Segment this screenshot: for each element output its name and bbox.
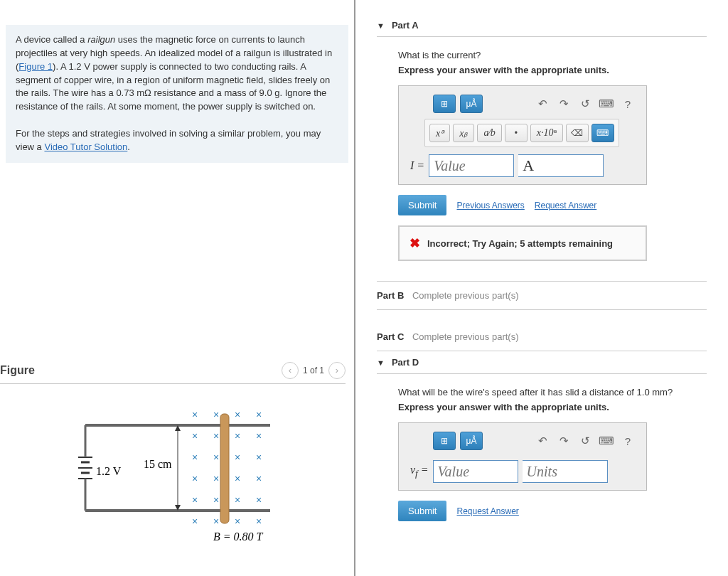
dot-button[interactable]: • — [505, 124, 528, 142]
intro-text: A device called a railgun uses the magne… — [16, 34, 332, 112]
redo-icon[interactable]: ↷ — [555, 97, 572, 110]
part-b-text: Complete previous part(s) — [412, 290, 519, 301]
templates-button[interactable]: ⊞ — [433, 95, 456, 113]
part-a-answer-box: ⊞ μÅ ↶ ↷ ↺ ⌨ ? xᵃ xᵦ a⁄b • x·10ⁿ ⌫ ⌨ I = — [398, 85, 647, 185]
feedback-text: Incorrect; Try Again; 5 attempts remaini… — [427, 238, 613, 249]
keyboard-icon[interactable]: ⌨ — [598, 434, 615, 447]
svg-text:×: × — [256, 473, 262, 484]
request-answer-link[interactable]: Request Answer — [535, 201, 596, 210]
svg-text:×: × — [192, 430, 198, 442]
part-a-unit-input[interactable] — [518, 154, 604, 177]
svg-text:×: × — [213, 452, 219, 463]
superscript-button[interactable]: xᵃ — [429, 124, 450, 142]
svg-text:×: × — [192, 409, 198, 420]
fig-voltage-label: 1.2 V — [96, 465, 122, 477]
svg-text:×: × — [235, 516, 240, 527]
caret-down-icon: ▼ — [377, 358, 385, 367]
part-a-prompt: What is the current? — [377, 47, 707, 65]
part-d-answer-box: ⊞ μÅ ↶ ↷ ↺ ⌨ ? vf = — [398, 422, 647, 491]
undo-icon[interactable]: ↶ — [534, 97, 551, 110]
svg-text:×: × — [192, 494, 198, 506]
svg-text:×: × — [192, 473, 198, 484]
fraction-button[interactable]: a⁄b — [477, 124, 501, 142]
figure-illustration: 1.2 V 15 cm ×××× ×××× ×××× ×××× ×××× ×××… — [57, 397, 354, 548]
pager-next-button[interactable]: › — [328, 362, 346, 379]
svg-text:×: × — [235, 409, 240, 420]
svg-text:×: × — [235, 494, 240, 506]
part-a-value-input[interactable] — [429, 154, 514, 177]
units-button[interactable]: μÅ — [460, 95, 483, 113]
figure-pager: ‹ 1 of 1 › — [282, 362, 346, 379]
previous-answers-link[interactable]: Previous Answers — [456, 201, 524, 210]
incorrect-icon: ✖ — [410, 235, 420, 251]
part-a-submit-button[interactable]: Submit — [398, 195, 446, 215]
part-d-unit-input[interactable] — [523, 460, 608, 483]
units-button[interactable]: μÅ — [460, 432, 483, 450]
svg-text:×: × — [235, 473, 240, 484]
part-d-prompt: What will be the wire's speed after it h… — [377, 384, 707, 402]
fig-length-label: 15 cm — [144, 458, 172, 470]
part-c-row: Part C Complete previous part(s) — [377, 323, 707, 351]
pager-prev-button[interactable]: ‹ — [282, 362, 299, 379]
part-a-variable: I = — [410, 159, 424, 172]
undo-icon[interactable]: ↶ — [534, 434, 551, 447]
svg-text:×: × — [235, 430, 240, 442]
part-d-variable: vf = — [410, 464, 429, 479]
sci-notation-button[interactable]: x·10ⁿ — [530, 124, 563, 142]
help-icon[interactable]: ? — [619, 98, 636, 110]
svg-rect-11 — [220, 414, 229, 523]
svg-text:×: × — [256, 409, 262, 420]
redo-icon[interactable]: ↷ — [555, 434, 572, 447]
reset-icon[interactable]: ↺ — [577, 434, 594, 447]
part-c-text: Complete previous part(s) — [412, 331, 519, 342]
keyboard-popup-button[interactable]: ⌨ — [592, 124, 614, 142]
problem-intro: A device called a railgun uses the magne… — [6, 25, 348, 163]
part-a-label: Part A — [392, 20, 419, 31]
svg-text:×: × — [256, 494, 262, 506]
fig-field-label: B = 0.80 T — [213, 530, 264, 543]
svg-text:×: × — [213, 430, 219, 442]
part-d-label: Part D — [392, 357, 419, 368]
svg-text:×: × — [213, 516, 219, 527]
part-d-header[interactable]: ▼ Part D — [377, 351, 707, 374]
part-c-label: Part C — [377, 331, 404, 342]
video-tutor-link[interactable]: Video Tutor Solution — [44, 142, 127, 152]
svg-text:×: × — [213, 409, 219, 420]
keyboard-icon[interactable]: ⌨ — [598, 97, 615, 110]
svg-text:×: × — [192, 452, 198, 463]
figure-title: Figure — [0, 364, 35, 377]
part-a-header[interactable]: ▼ Part A — [377, 14, 707, 37]
part-b-row: Part B Complete previous part(s) — [377, 281, 707, 310]
part-b-label: Part B — [377, 290, 404, 301]
help-icon[interactable]: ? — [619, 435, 636, 447]
svg-text:×: × — [256, 516, 262, 527]
svg-text:×: × — [256, 452, 262, 463]
svg-text:×: × — [235, 452, 240, 463]
backspace-button[interactable]: ⌫ — [566, 124, 589, 142]
pager-label: 1 of 1 — [303, 366, 324, 375]
figure-link[interactable]: Figure 1 — [18, 61, 53, 72]
part-d-submit-button[interactable]: Submit — [398, 501, 446, 521]
caret-down-icon: ▼ — [377, 21, 385, 30]
svg-text:×: × — [213, 473, 219, 484]
part-d-express: Express your answer with the appropriate… — [377, 402, 707, 422]
part-d-request-answer-link[interactable]: Request Answer — [456, 506, 518, 516]
reset-icon[interactable]: ↺ — [577, 97, 594, 110]
part-a-feedback: ✖ Incorrect; Try Again; 5 attempts remai… — [398, 225, 647, 261]
svg-text:×: × — [256, 430, 262, 442]
part-a-express: Express your answer with the appropriate… — [377, 65, 707, 85]
svg-text:×: × — [192, 516, 198, 527]
part-d-value-input[interactable] — [433, 460, 518, 483]
templates-button[interactable]: ⊞ — [433, 432, 456, 450]
subscript-button[interactable]: xᵦ — [453, 124, 474, 142]
svg-text:×: × — [213, 494, 219, 506]
